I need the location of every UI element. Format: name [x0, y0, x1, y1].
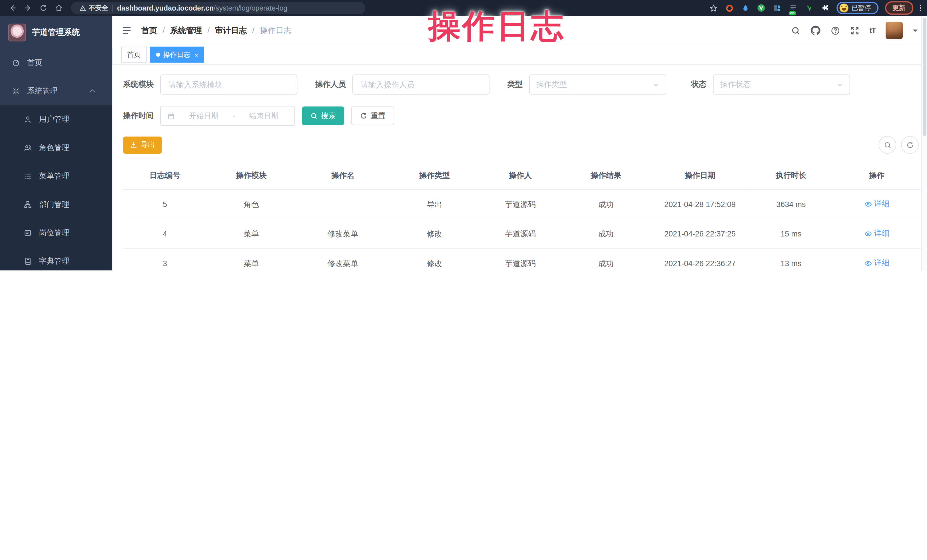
profile-paused-badge[interactable]: 已暂停 [836, 2, 878, 14]
sidebar-item-home[interactable]: 首页 [0, 49, 112, 77]
table-cell: 成功 [562, 219, 650, 249]
active-dot-icon [156, 53, 160, 56]
detail-link[interactable]: 详细 [864, 199, 890, 209]
breadcrumb-separator: / [252, 26, 254, 35]
sidebar-item-dept-management[interactable]: 部门管理 [0, 190, 112, 219]
column-header: 操作结果 [562, 161, 650, 189]
table-cell: 5 [123, 189, 207, 219]
sidebar-item-label: 菜单管理 [39, 171, 69, 181]
tab-operate-log[interactable]: 操作日志× [150, 47, 204, 63]
bookmark-star-icon[interactable] [708, 3, 718, 12]
breadcrumb-item[interactable]: 系统管理 [170, 25, 202, 36]
dict-icon [24, 257, 32, 266]
page-content: 系统模块 操作人员 类型 操作类型 [112, 65, 927, 271]
download-icon [130, 141, 137, 149]
end-date-placeholder: 结束日期 [240, 111, 288, 121]
browser-home-icon[interactable] [52, 2, 65, 15]
address-bar[interactable]: 不安全 dashboard.yudao.iocoder.cn/system/lo… [71, 2, 365, 14]
sidebar-item-label: 字典管理 [39, 256, 69, 266]
sidebar-item-menu-management[interactable]: 菜单管理 [0, 162, 112, 190]
extension-dark-on-icon[interactable]: on [789, 3, 798, 12]
tab-home[interactable]: 首页 [121, 47, 146, 63]
refresh-table-button[interactable] [901, 136, 919, 154]
extension-blue-drop-icon[interactable] [740, 3, 750, 12]
table-row: 4菜单修改菜单修改芋道源码成功2021-04-26 22:37:2515 ms详… [123, 219, 921, 249]
eye-icon [864, 259, 872, 267]
extension-green-sprout-icon[interactable] [804, 3, 814, 12]
sidebar-item-label: 部门管理 [39, 200, 69, 209]
table-cell: 菜单 [207, 219, 296, 249]
sidebar-item-role-management[interactable]: 角色管理 [0, 134, 112, 162]
table-cell: 2021-04-28 17:52:09 [650, 189, 750, 219]
sidebar-item-system-management[interactable]: 系统管理 [0, 77, 112, 105]
table-cell: 2021-04-26 22:36:27 [650, 249, 750, 270]
export-button[interactable]: 导出 [123, 136, 162, 153]
browser-forward-icon[interactable] [21, 2, 35, 15]
sidebar-item-label: 岗位管理 [39, 228, 69, 238]
post-icon [24, 229, 32, 237]
detail-link[interactable]: 详细 [864, 258, 890, 269]
breadcrumb: 首页/系统管理/审计日志/操作日志 [141, 25, 292, 36]
detail-link[interactable]: 详细 [864, 228, 890, 239]
sidebar-menu: 首页系统管理用户管理角色管理菜单管理部门管理岗位管理字典管理通知公告审计日志操作… [0, 49, 112, 271]
operator-input[interactable] [353, 74, 489, 94]
screenshot-stage: 不安全 dashboard.yudao.iocoder.cn/system/lo… [0, 0, 927, 270]
time-label: 操作时间 [123, 111, 154, 121]
sidebar-item-user-management[interactable]: 用户管理 [0, 105, 112, 134]
breadcrumb-separator: / [207, 26, 210, 35]
browser-menu-icon[interactable] [919, 5, 921, 11]
reset-button[interactable]: 重置 [351, 106, 394, 125]
breadcrumb-item[interactable]: 首页 [141, 25, 157, 36]
show-search-button[interactable] [878, 136, 896, 154]
scrollbar-thumb[interactable] [922, 18, 926, 136]
top-navbar: 首页/系统管理/审计日志/操作日志 tT [112, 16, 927, 45]
table-cell: 修改 [390, 219, 479, 249]
tags-view-bar: 首页操作日志× [112, 45, 927, 65]
fullscreen-icon[interactable] [850, 26, 859, 35]
chevron-down-icon [653, 81, 659, 88]
browser-back-icon[interactable] [6, 2, 19, 15]
help-icon[interactable] [830, 26, 840, 35]
sidebar-item-post-management[interactable]: 岗位管理 [0, 219, 112, 247]
module-input[interactable] [160, 74, 297, 94]
table-cell: 角色 [207, 189, 296, 219]
font-size-icon[interactable]: tT [869, 26, 875, 35]
avatar-caret-icon[interactable] [913, 29, 918, 34]
search-icon[interactable] [791, 26, 800, 35]
table-cell: 修改菜单 [296, 249, 390, 270]
table-cell: 芋道源码 [479, 189, 562, 219]
extension-blue-square-icon[interactable] [772, 3, 782, 12]
breadcrumb-item: 操作日志 [260, 25, 292, 36]
column-header: 操作类型 [390, 161, 479, 189]
extension-green-v-icon[interactable] [757, 3, 766, 12]
extensions-puzzle-icon[interactable] [820, 3, 830, 12]
user-avatar[interactable] [886, 22, 903, 39]
page-scrollbar[interactable] [921, 16, 927, 270]
date-range-picker[interactable]: 开始日期 - 结束日期 [160, 106, 295, 126]
sidebar-item-label: 角色管理 [39, 143, 69, 153]
app-title: 芋道管理系统 [32, 27, 80, 37]
status-label: 状态 [691, 79, 707, 90]
search-button[interactable]: 搜索 [302, 106, 344, 125]
collapse-sidebar-icon[interactable] [122, 26, 132, 35]
table-cell [296, 189, 390, 219]
table-cell: 菜单 [207, 249, 296, 270]
table-cell: 3634 ms [750, 189, 833, 219]
extension-orange-icon[interactable] [725, 3, 734, 12]
github-icon[interactable] [810, 26, 821, 35]
close-icon[interactable]: × [195, 51, 198, 58]
tab-label: 首页 [127, 50, 141, 59]
status-select[interactable]: 操作状态 [713, 74, 850, 94]
browser-refresh-icon[interactable] [36, 2, 50, 15]
type-select[interactable]: 操作类型 [529, 74, 666, 94]
not-secure-warning[interactable]: 不安全 [79, 3, 108, 12]
table-cell: 修改 [390, 249, 479, 270]
table-row: 3菜单修改菜单修改芋道源码成功2021-04-26 22:36:2713 ms详… [123, 249, 921, 270]
breadcrumb-item[interactable]: 审计日志 [215, 25, 247, 36]
sidebar-item-dict-management[interactable]: 字典管理 [0, 247, 112, 270]
start-date-placeholder: 开始日期 [179, 111, 228, 121]
browser-update-button[interactable]: 更新 [885, 1, 913, 15]
on-badge: on [789, 11, 796, 15]
role-icon [24, 144, 32, 152]
app-logo-row[interactable]: 芋道管理系统 [0, 16, 112, 49]
